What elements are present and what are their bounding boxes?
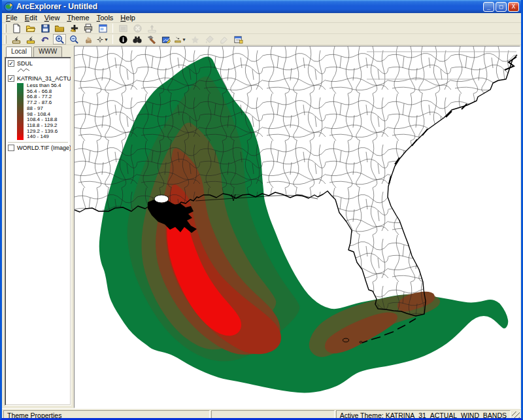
add-theme-plus-icon [69,24,79,33]
find-button[interactable] [131,34,144,44]
export-button-disabled [145,23,158,33]
status-message: Theme Properties [3,410,210,420]
zoom-active-theme-icon [25,35,36,44]
add-theme-button[interactable] [67,23,80,33]
layer-name: SDUL [17,60,33,67]
map-window-icon [98,24,108,33]
class-labels: Less than 56.4 56.4 - 66.8 66.8 - 77.2 7… [27,83,61,140]
binoculars-icon [132,35,143,44]
layer-name: WORLD.TIF (Image) [17,145,71,151]
back-arrow-icon [41,35,50,44]
color-ramp [17,83,24,140]
close-button[interactable]: X [508,2,519,12]
remove-x-icon [133,24,143,33]
buffer-button-disabled [188,34,201,44]
catalog-tabs: Local WWW [6,46,73,57]
arcexplorer-logo-icon [4,2,14,12]
map-canvas[interactable] [75,46,520,408]
open-project-button[interactable] [24,23,37,33]
toolbar-grip[interactable] [5,35,7,44]
layer-katrina-checkbox[interactable]: ✓ [8,75,14,82]
export-tray-icon [147,24,157,33]
zoom-out-icon [69,35,79,44]
layer-katrina[interactable]: ✓ KATRINA_31_ACTUAL_V [8,75,69,82]
layer-sdul[interactable]: ✓ SDUL [8,60,69,67]
lake-pontchartrain [154,195,169,203]
menu-item-file[interactable]: File [6,14,18,22]
layer-worldtif-checkbox[interactable] [8,145,14,151]
polyline-symbol-icon [17,67,31,73]
zoom-in-button[interactable] [53,34,66,44]
pan-hand-icon [84,35,93,44]
back-extent-button[interactable] [39,34,52,44]
crosshair-icon [97,35,103,44]
zoom-active-theme-button[interactable] [24,34,37,44]
divider [8,142,68,143]
info-icon [118,35,128,44]
geocode-icon [161,35,171,44]
clear-button-disabled [217,34,230,44]
standard-toolbar [2,23,521,34]
catalog-button-disabled [116,23,129,33]
layer-name: KATRINA_31_ACTUAL_V [17,75,71,82]
printer-icon [83,24,93,33]
class-ramp: Less than 56.4 56.4 - 66.8 66.8 - 77.2 7… [17,83,69,140]
menu-bar: FileEditViewThemeToolsHelp [2,13,521,23]
legend-panel: ✓ SDUL ✓ KATRINA_31_ACTUAL_V Less than 5… [5,57,71,406]
minimize-button[interactable]: _ [483,2,494,12]
tab-local[interactable]: Local [6,46,32,57]
toolbar-grip[interactable] [5,24,7,33]
open-folder-icon [25,24,36,33]
zoom-in-icon [55,35,65,44]
buffer-icon [190,35,200,44]
map-pane [74,46,520,408]
query-builder-button[interactable] [145,34,158,44]
maximize-button[interactable]: □ [496,2,507,12]
theme-properties-icon [233,35,243,44]
content-area: Local WWW ✓ SDUL ✓ KATRINA_31_ACTUAL_V [2,45,521,408]
hammer-icon [146,35,157,44]
chevron-down-icon: ▼ [104,37,109,42]
layer-sdul-checkbox[interactable]: ✓ [8,60,14,67]
select-button-disabled [203,34,216,44]
menu-item-help[interactable]: Help [120,14,135,22]
chevron-down-icon: ▼ [182,37,186,42]
remove-button-disabled [131,23,144,33]
closed-folder-icon [54,24,65,33]
status-spacer [211,410,335,420]
zoom-out-button[interactable] [67,34,80,44]
resize-grip[interactable] [512,411,520,419]
class-label: 140 - 149 [27,134,61,140]
tools-toolbar: ▼ ▼ [2,34,521,45]
catalog-icon [118,24,128,33]
paint-bucket-icon [205,35,214,44]
menu-item-tools[interactable]: Tools [97,14,114,22]
active-theme-status: Active Theme: KATRINA_31_ACTUAL_WIND_BAN… [336,410,511,420]
zoom-full-extent-icon [11,35,22,44]
save-floppy-icon [41,24,50,33]
pan-button[interactable] [82,34,95,44]
eraser-icon [219,35,229,44]
save-project-button[interactable] [39,23,52,33]
menu-item-theme[interactable]: Theme [67,14,89,22]
print-button[interactable] [82,23,95,33]
new-map-button[interactable] [10,23,23,33]
status-bar: Theme Properties Active Theme: KATRINA_3… [2,408,521,420]
info-button[interactable] [116,34,129,44]
menu-item-view[interactable]: View [44,14,60,22]
identify-pointer-button[interactable]: ▼ [96,34,109,44]
measure-button[interactable]: ▼ [174,34,187,44]
menu-item-edit[interactable]: Edit [25,14,37,22]
open-folder-button[interactable] [53,23,66,33]
geocode-button[interactable] [160,34,173,44]
window-title: ArcExplorer - Untitled [16,2,482,11]
toolbar-separator [112,24,113,33]
theme-properties-button[interactable] [231,34,245,44]
map-properties-button[interactable] [96,23,109,33]
new-document-icon [12,24,22,33]
title-bar[interactable]: ArcExplorer - Untitled _ □ X [2,0,521,13]
tab-www[interactable]: WWW [33,46,62,57]
toolbar-separator [112,35,113,44]
zoom-full-extent-button[interactable] [10,34,23,44]
layer-worldtif[interactable]: WORLD.TIF (Image) [8,145,69,151]
